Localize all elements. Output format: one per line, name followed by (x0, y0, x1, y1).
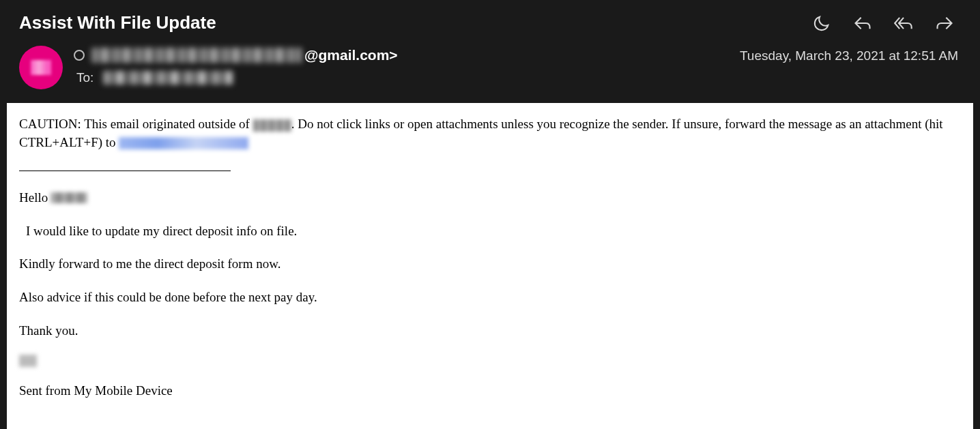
recipient-line: To: (74, 70, 729, 85)
read-status-icon (74, 50, 85, 61)
email-body: CAUTION: This email originated outside o… (7, 103, 973, 429)
sender-line: @gmail.com> (74, 47, 729, 63)
hello-text: Hello (19, 189, 48, 207)
email-header: Assist With File Update (0, 0, 980, 103)
avatar-initials-redacted (31, 60, 51, 75)
forward-icon[interactable] (935, 14, 954, 33)
greeting-line: Hello (19, 189, 961, 207)
reply-icon[interactable] (853, 14, 872, 33)
caution-banner: CAUTION: This email originated outside o… (19, 115, 961, 151)
title-row: Assist With File Update (19, 12, 961, 33)
org-redacted (253, 119, 291, 132)
email-subject: Assist With File Update (19, 12, 216, 33)
sender-name-wrap: @gmail.com> (91, 47, 398, 63)
caution-pre: CAUTION: This email originated outside o… (19, 117, 253, 131)
recipient-name-redacted (51, 192, 87, 203)
email-timestamp: Tuesday, March 23, 2021 at 12:51 AM (740, 46, 961, 63)
email-viewer: Assist With File Update (0, 0, 980, 429)
avatar[interactable] (19, 46, 63, 89)
sent-from-line: Sent from My Mobile Device (19, 382, 961, 400)
meta-row: @gmail.com> To: Tuesday, March 23, 2021 … (19, 46, 961, 103)
dark-mode-icon[interactable] (812, 14, 831, 33)
to-label: To: (76, 70, 93, 85)
sender-info: @gmail.com> To: (74, 46, 729, 85)
recipient-redacted (103, 71, 233, 85)
body-line-2: Kindly forward to me the direct deposit … (19, 255, 961, 273)
body-line-1: I would like to update my direct deposit… (19, 222, 961, 241)
signature-name-redacted (19, 355, 37, 367)
divider (19, 171, 231, 171)
security-email-redacted (119, 137, 248, 149)
action-toolbar (812, 14, 961, 33)
body-line-4: Thank you. (19, 322, 961, 340)
reply-all-icon[interactable] (894, 14, 913, 33)
sender-name-redacted (91, 48, 302, 63)
body-line-3: Also advice if this could be done before… (19, 289, 961, 307)
sender-email-suffix: @gmail.com> (304, 47, 398, 63)
